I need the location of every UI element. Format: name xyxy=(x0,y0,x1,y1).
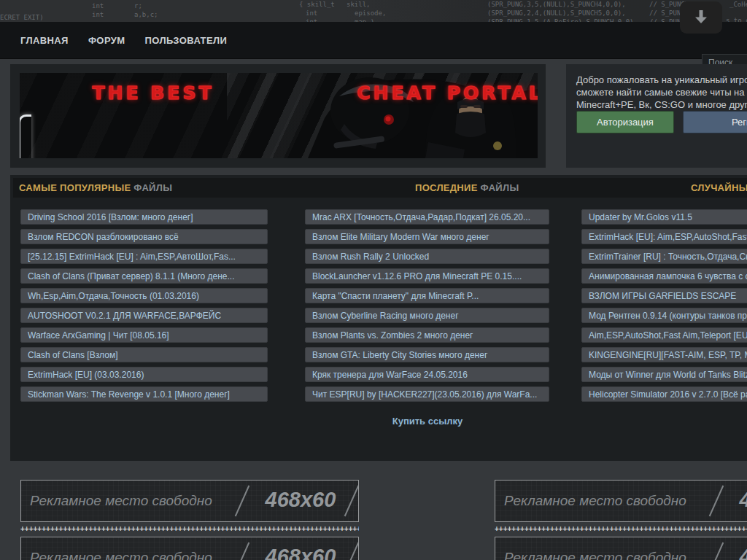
file-link[interactable]: Updater by Mr.Golos v11.5 xyxy=(581,209,747,225)
ad-label: Рекламное место свободно xyxy=(504,493,686,509)
welcome-text: Добро пожаловать на уникальный игровой с… xyxy=(566,64,747,111)
ad-column-left: Рекламное место свободно468x60++++++++++… xyxy=(20,480,359,560)
ad-label: Рекламное место свободно xyxy=(504,550,686,560)
file-link[interactable]: Карта "Спасти планету" для Minecraft P..… xyxy=(305,288,549,303)
header-accent: САМЫЕ ПОПУЛЯРНЫЕ xyxy=(19,182,131,193)
site-banner: THE BEST CHEAT PORTAL xyxy=(20,73,538,158)
ad-slash-decor xyxy=(235,542,250,560)
ad-banner-placeholder[interactable]: Рекламное место свободно468x60 xyxy=(495,480,747,522)
ad-slash-decor xyxy=(235,486,250,517)
column-header-latest: ПОСЛЕДНИЕ ФАЙЛЫ xyxy=(415,182,519,193)
scroll-down-button[interactable] xyxy=(680,1,722,34)
nav-item-2[interactable]: ФОРУМ xyxy=(88,35,125,46)
ad-size-label: 468x60 xyxy=(253,488,348,512)
ad-slash-decor xyxy=(709,542,724,560)
banner-title-right: CHEAT PORTAL xyxy=(341,84,538,103)
file-link[interactable]: [25.12.15] ExtrimHack [EU] : Aim,ESP,Авт… xyxy=(20,249,268,264)
ad-label: Рекламное место свободно xyxy=(30,493,212,509)
code-fragment: s to che xyxy=(726,17,747,22)
file-link[interactable]: Mrac ARX [Точность,Отдача,Радар,Подкат] … xyxy=(305,209,549,225)
code-fragment: r; xyxy=(134,2,142,10)
file-link[interactable]: Взлом Rush Rally 2 Unlocked xyxy=(305,249,549,264)
code-fragment: episode, xyxy=(355,9,386,18)
file-link[interactable]: Кряк тренера для WarFace 24.05.2016 xyxy=(305,367,549,382)
file-link[interactable]: Stickman Wars: The Revenge v 1.0.1 [Мног… xyxy=(20,386,268,402)
nav-items: ГЛАВНАЯФОРУМПОЛЬЗОВАТЕЛИ xyxy=(0,22,747,58)
nav-item-3[interactable]: ПОЛЬЗОВАТЕЛИ xyxy=(145,35,228,46)
ad-banner-placeholder[interactable]: Рекламное место свободно468x60 xyxy=(20,480,359,522)
file-link[interactable]: Driving School 2016 [Взлом: много денег] xyxy=(20,209,268,225)
file-link[interactable]: ExtrimTrainer [RU] : Точность,Отдача,Ско xyxy=(581,249,747,264)
code-fragment: int xyxy=(306,9,317,18)
down-arrow-icon xyxy=(692,8,710,28)
file-link[interactable]: Взлом GTA: Liberty City Stories много де… xyxy=(305,347,549,362)
nav-item-1[interactable]: ГЛАВНАЯ xyxy=(20,35,69,46)
file-link[interactable]: Clash of Clans [Взлом] xyxy=(20,347,268,362)
welcome-line: сможете найти самые свежие читы на Wot xyxy=(576,86,747,98)
ad-banner-placeholder[interactable]: Рекламное место свободно468x60 xyxy=(495,537,747,560)
welcome-line: Добро пожаловать на уникальный игровой xyxy=(576,74,747,86)
banner-panel: THE BEST CHEAT PORTAL xyxy=(10,64,546,168)
file-link[interactable]: Взлом Cyberline Racing много денег xyxy=(305,308,549,323)
buy-link[interactable]: Купить ссылку xyxy=(10,416,747,427)
code-fragment: int xyxy=(92,11,104,19)
file-link[interactable]: ВЗЛОМ ИГРЫ GARFIELDS ESCAPE xyxy=(581,288,747,303)
file-link[interactable]: Wh,Esp,Aim,Отдача,Точность (01.03.2016) xyxy=(20,288,268,303)
code-fragment: { skill_t skill, xyxy=(299,1,371,9)
column-header-popular: САМЫЕ ПОПУЛЯРНЫЕ ФАЙЛЫ xyxy=(19,182,172,193)
file-link[interactable]: Моды от Winner для World of Tanks Blitz xyxy=(581,367,747,382)
welcome-panel: Добро пожаловать на уникальный игровой с… xyxy=(566,64,747,168)
file-link[interactable]: Чит ESP[RU] by [HACKER227](23.05.2016) д… xyxy=(305,386,549,402)
ad-size-label: 468x60 xyxy=(727,545,747,560)
ad-divider: ++++++++++++++++++++++++++++++++++++++++… xyxy=(495,525,747,534)
login-button[interactable]: Авторизация xyxy=(576,111,674,133)
popular-files-list: Driving School 2016 [Взлом: много денег]… xyxy=(20,209,268,406)
file-link[interactable]: Мод Рентген 0.9.14 (контуры танков про xyxy=(581,308,747,323)
ad-slash-decor xyxy=(709,486,724,517)
banner-bracket-decor xyxy=(20,114,31,158)
file-link[interactable]: Взлом Plants vs. Zombies 2 много денег xyxy=(305,327,549,343)
code-texture-strip: ECRET EXIT)intr;inta,b,c;{ skill_t skill… xyxy=(0,0,747,22)
file-link[interactable]: AUTOSHOOT V0.2.1 ДЛЯ WARFACE,ВАРФЕЙС xyxy=(20,308,268,323)
code-fragment: (SPR_PUNG,3,5,(NULL),S_PUNCH4,0,0), xyxy=(487,1,626,9)
file-link[interactable]: Aim,ESP,AutoShot,Fast Aim,Teleport [EU] xyxy=(581,327,747,343)
welcome-line: Minecraft+PE, Вк, CS:GO и многое другое! xyxy=(576,98,747,111)
header-rest: ФАЙЛЫ xyxy=(481,182,519,193)
column-header-random: СЛУЧАЙНЫЕ ФАЙЛЫ xyxy=(691,182,747,193)
random-files-list: Updater by Mr.Golos v11.5ExtrimHack [EU]… xyxy=(581,209,747,406)
ad-label: Рекламное место свободно xyxy=(30,550,212,560)
page: ECRET EXIT)intr;inta,b,c;{ skill_t skill… xyxy=(0,0,747,560)
file-link[interactable]: ExtrimHack [EU] (03.03.2016) xyxy=(20,367,268,382)
file-link[interactable]: Анимированная лампочка 6 чувства с оз xyxy=(581,268,747,284)
file-link[interactable]: BlockLauncher v1.12.6 PRO для Minecraft … xyxy=(305,268,549,284)
code-fragment: a,b,c; xyxy=(134,11,158,19)
header-accent: ПОСЛЕДНИЕ xyxy=(415,182,478,193)
file-link[interactable]: Clash of Clans (Приват сервер) 8.1.1 (Мн… xyxy=(20,268,268,284)
file-link[interactable]: Warface ArxGaming | Чит [08.05.16] xyxy=(20,327,268,343)
code-fragment: _CoHe xyxy=(729,1,747,9)
code-fragment: int xyxy=(92,2,104,10)
ad-column-right: Рекламное место свободно468x60++++++++++… xyxy=(495,480,747,560)
register-button[interactable]: Регистрация xyxy=(683,111,747,133)
files-panel: САМЫЕ ПОПУЛЯРНЫЕ ФАЙЛЫ ПОСЛЕДНИЕ ФАЙЛЫ С… xyxy=(10,175,747,461)
ad-banner-placeholder[interactable]: Рекламное место свободно468x60 xyxy=(20,537,359,560)
file-link[interactable]: Взлом Elite Military Modern War много де… xyxy=(305,229,549,244)
latest-files-list: Mrac ARX [Точность,Отдача,Радар,Подкат] … xyxy=(305,209,549,406)
file-link[interactable]: KINGENGINE[RU][FAST-AIM, ESP, TP, M xyxy=(581,347,747,362)
main-navbar: ГЛАВНАЯФОРУМПОЛЬЗОВАТЕЛИ xyxy=(0,22,747,59)
ad-size-label: 468x60 xyxy=(727,488,747,512)
header-rest: ФАЙЛЫ xyxy=(133,182,172,193)
ad-size-label: 468x60 xyxy=(253,545,348,560)
file-link[interactable]: Helicopter Simulator 2016 v 2.7.0 [Всё р… xyxy=(581,386,747,402)
file-link[interactable]: Взлом REDCON разблокировано всё xyxy=(20,229,268,244)
ad-divider: ++++++++++++++++++++++++++++++++++++++++… xyxy=(20,525,359,534)
code-fragment: ECRET EXIT) xyxy=(0,14,44,22)
header-accent: СЛУЧАЙНЫЕ xyxy=(691,182,747,193)
file-link[interactable]: ExtrimHack [EU]: Aim,ESP,AutoShot,Fast A xyxy=(581,229,747,244)
banner-title-left: THE BEST xyxy=(44,84,263,103)
code-fragment: (SPR_PUNG,2,4,(NULL),S_PUNCH5,0,0), xyxy=(487,9,626,18)
